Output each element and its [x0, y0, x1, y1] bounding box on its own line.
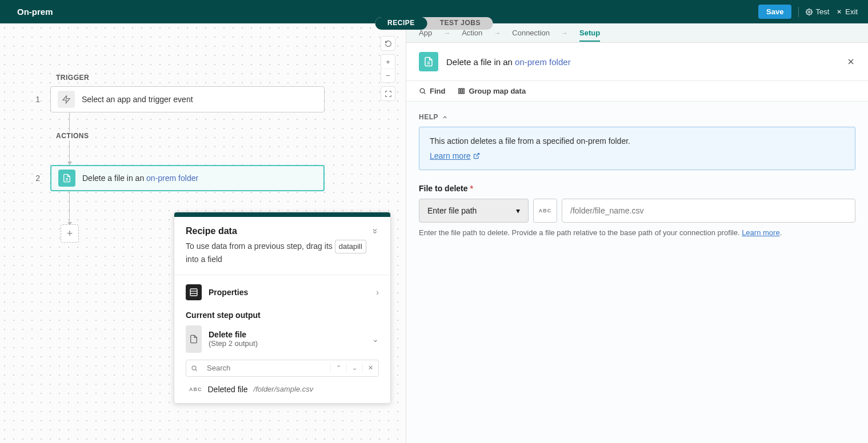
panel-title: Delete a file in an on-prem folder: [446, 57, 838, 67]
properties-icon: [186, 284, 202, 300]
zoom-in-button[interactable]: +: [381, 55, 395, 69]
svg-line-15: [424, 92, 425, 94]
step-2: 2 Delete a file in an on-prem folder: [34, 165, 325, 191]
svg-point-0: [809, 11, 810, 13]
help-box: This action deletes a file from a specif…: [419, 127, 855, 170]
tab-recipe[interactable]: RECIPE: [375, 17, 427, 30]
chevron-down-icon: ⌄: [372, 335, 379, 344]
help-text: This action deletes a file from a specif…: [430, 136, 845, 146]
exit-button[interactable]: Exit: [836, 7, 858, 16]
action-step-card[interactable]: Delete a file in an on-prem folder: [50, 165, 325, 191]
files-icon: [58, 170, 75, 187]
chevron-right-icon: ›: [376, 288, 379, 297]
file-path-input[interactable]: [562, 199, 855, 223]
step-1: 1 Select an app and trigger event: [34, 86, 325, 112]
connector-line: [69, 191, 70, 225]
chevron-down-icon: ▾: [516, 206, 520, 215]
breadcrumb-app[interactable]: App: [419, 29, 432, 37]
trigger-section-label: TRIGGER: [56, 74, 89, 82]
external-link-icon: [473, 152, 480, 159]
files-icon: [419, 52, 438, 71]
on-prem-folder-link[interactable]: on-prem folder: [515, 57, 571, 67]
mode-tabs: RECIPE TEST JOBS: [375, 17, 493, 30]
breadcrumb-action[interactable]: Action: [462, 29, 482, 37]
connector-line: [69, 112, 70, 132]
add-step-button[interactable]: +: [61, 224, 79, 243]
search-prev-button[interactable]: ⌃: [330, 364, 346, 372]
path-mode-select[interactable]: Enter file path ▾: [419, 199, 529, 223]
field-label: File to delete *: [419, 184, 855, 193]
canvas-tools: + −: [381, 36, 395, 101]
on-prem-folder-link[interactable]: on-prem folder: [146, 174, 198, 183]
recipe-data-description: To use data from a previous step, drag i…: [186, 240, 379, 265]
abc-type-icon: ABC: [189, 386, 202, 392]
field-help: Enter the file path to delete. Provide a…: [419, 228, 855, 237]
step-output-row[interactable]: Delete file (Step 2 output) ⌄: [186, 325, 379, 353]
help-toggle[interactable]: HELP: [419, 113, 855, 121]
panel-header: Delete a file in an on-prem folder: [406, 43, 868, 81]
page-title: On-prem: [17, 7, 53, 17]
step-text: Select an app and trigger event: [82, 95, 193, 104]
svg-rect-5: [190, 289, 197, 296]
setup-panel: App → Action → Connection → Setup Delete…: [406, 23, 868, 443]
collapse-icon[interactable]: [371, 227, 379, 235]
search-icon: [419, 87, 426, 95]
connector-line: [69, 140, 70, 165]
files-icon: [186, 325, 202, 353]
trigger-step-card[interactable]: Select an app and trigger event: [50, 86, 325, 112]
breadcrumb-setup[interactable]: Setup: [579, 29, 600, 42]
svg-rect-18: [463, 88, 465, 94]
step-number: 2: [34, 174, 40, 183]
svg-point-14: [420, 88, 425, 93]
tab-test-jobs[interactable]: TEST JOBS: [427, 17, 493, 30]
panel-header-bar: [174, 212, 390, 217]
fit-button[interactable]: [381, 87, 395, 100]
step-number: 1: [34, 95, 40, 104]
svg-rect-17: [461, 88, 462, 94]
svg-point-8: [192, 366, 196, 370]
actions-section-label: ACTIONS: [56, 132, 89, 140]
svg-line-9: [195, 369, 197, 370]
trigger-icon: [58, 91, 75, 108]
arrow-right-icon: →: [443, 29, 450, 37]
recipe-data-panel: Recipe data To use data from a previous …: [174, 212, 391, 404]
panel-toolbar: Find Group map data: [406, 81, 868, 102]
search-row: ⌃ ⌄ ✕: [186, 360, 379, 377]
learn-more-link[interactable]: Learn more: [742, 228, 779, 237]
columns-icon: [458, 87, 465, 95]
gear-icon: [806, 9, 813, 15]
close-icon: [836, 9, 842, 15]
breadcrumb-connection[interactable]: Connection: [512, 29, 550, 37]
arrow-right-icon: →: [561, 29, 568, 37]
zoom-out-button[interactable]: −: [381, 69, 395, 82]
search-icon: [186, 365, 202, 372]
close-button[interactable]: [846, 57, 855, 66]
recipe-canvas: + − TRIGGER ACTIONS 1 Select an app and …: [0, 23, 406, 443]
search-clear-button[interactable]: ✕: [362, 364, 378, 372]
undo-button[interactable]: [381, 37, 395, 50]
search-next-button[interactable]: ⌄: [346, 364, 362, 372]
recipe-data-title: Recipe data: [186, 226, 237, 236]
top-bar: On-prem Save Test Exit RECIPE TEST JOBS: [0, 0, 868, 23]
properties-row[interactable]: Properties ›: [186, 284, 379, 300]
abc-type-icon: ABC: [533, 199, 557, 223]
current-output-label: Current step output: [186, 311, 379, 320]
test-button[interactable]: Test: [806, 7, 829, 16]
svg-rect-16: [459, 88, 460, 94]
step-text: Delete a file in an on-prem folder: [82, 174, 198, 183]
datapill-badge: datapill: [335, 240, 366, 253]
group-map-button[interactable]: Group map data: [458, 87, 526, 95]
save-button[interactable]: Save: [758, 5, 791, 19]
output-item[interactable]: ABC Deleted file /folder/sample.csv: [186, 385, 379, 394]
find-button[interactable]: Find: [419, 87, 445, 95]
chevron-up-icon: [442, 114, 448, 120]
arrow-right-icon: →: [494, 29, 501, 37]
learn-more-link[interactable]: Learn more: [430, 151, 480, 160]
divider: [798, 7, 799, 17]
search-input[interactable]: [202, 364, 330, 372]
svg-line-19: [476, 154, 479, 157]
